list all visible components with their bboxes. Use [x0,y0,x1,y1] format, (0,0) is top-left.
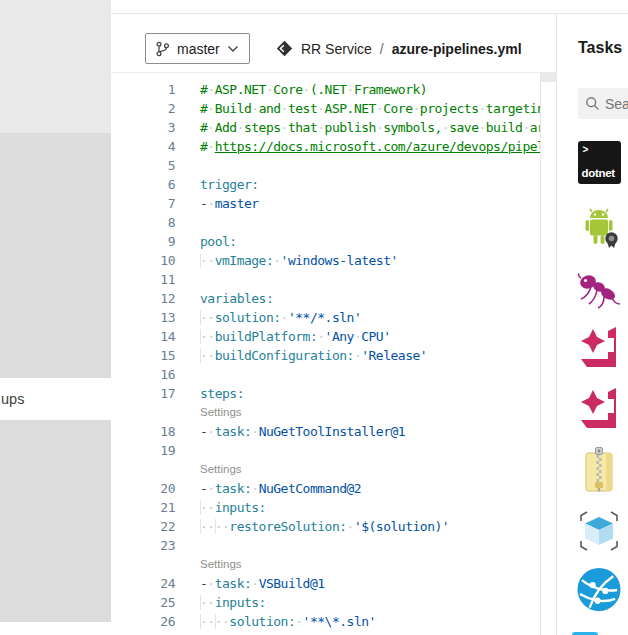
breadcrumb-file-name: azure-pipelines.yml [392,41,522,57]
line-number: 5 [111,156,175,175]
left-nav-block-bottom [0,420,111,622]
code-line[interactable]: ··vmImage:·'windows-latest' [175,251,398,270]
code-line[interactable] [175,441,200,460]
line-number: 9 [111,232,175,251]
line-number: 6 [111,175,175,194]
code-line[interactable] [175,536,200,555]
line-number: 21 [111,498,175,517]
code-line[interactable]: -·task:·NuGetCommand@2 [175,479,361,498]
line-number: 25 [111,593,175,612]
tasks-panel-divider [556,13,557,635]
editor-scrollbar-track[interactable] [540,72,541,635]
code-line[interactable]: ····restoreSolution:·'$(solution)' [175,517,449,536]
line-number: 11 [111,270,175,289]
line-number [111,555,175,574]
line-number: 19 [111,441,175,460]
code-line[interactable]: #·Build·and·test·ASP.NET·Core·projects·t… [175,99,540,118]
code-line[interactable]: steps: [175,384,244,403]
left-nav-item-label: ups [0,391,24,407]
app-center-icon [577,386,621,432]
settings-link[interactable]: Settings [175,403,242,422]
branch-name: master [177,41,220,57]
dotnet-logo-caret: > [583,144,589,155]
android-robot-icon [578,208,620,250]
code-line[interactable]: ··inputs: [175,593,266,612]
code-line[interactable]: -·master [175,194,259,213]
breadcrumb: RR Service / azure-pipelines.yml [276,33,522,64]
breadcrumb-separator: / [380,41,384,57]
line-number [111,460,175,479]
code-line[interactable] [175,365,200,384]
line-number: 12 [111,289,175,308]
android-signing-task-icon[interactable] [576,206,622,252]
line-number: 1 [111,80,175,99]
code-line[interactable]: ··inputs: [175,498,266,517]
line-number: 23 [111,536,175,555]
code-line[interactable]: -·task:·VSBuild@1 [175,574,325,593]
app-center-distribute-task-icon[interactable] [576,325,622,371]
dotnet-core-task-icon[interactable]: > dotnet [576,139,622,185]
code-line[interactable]: #·https://docs.microsoft.com/azure/devop… [175,137,540,156]
line-number: 15 [111,346,175,365]
left-nav-block-top [0,0,111,133]
yaml-editor[interactable]: 1#·ASP.NET·Core·(.NET·Framework)2#·Build… [111,73,540,635]
search-icon [585,96,600,111]
line-number [111,403,175,422]
top-divider [111,13,628,14]
arm-template-deployment-task-icon[interactable] [576,508,622,554]
line-number: 16 [111,365,175,384]
code-line[interactable]: trigger: [175,175,259,194]
editor-scroll-shadow [541,73,556,82]
code-line[interactable]: ··buildPlatform:·'Any·CPU' [175,327,391,346]
app-center-icon [577,325,621,371]
code-line[interactable]: ··solution:·'**/*.sln' [175,308,361,327]
code-line[interactable]: ··buildConfiguration:·'Release' [175,346,427,365]
settings-link[interactable]: Settings [175,460,242,479]
code-line[interactable]: pool: [175,232,237,251]
line-number: 2 [111,99,175,118]
branch-selector[interactable]: master [145,33,250,64]
left-nav: ups [0,0,111,635]
tasks-panel-title: Tasks [578,39,622,57]
line-number: 22 [111,517,175,536]
archive-files-task-icon[interactable] [576,447,622,493]
chevron-down-icon [227,45,239,53]
code-line[interactable] [175,156,200,175]
code-line[interactable]: variables: [175,289,273,308]
task-search-input[interactable] [605,96,628,112]
code-line[interactable]: ····solution:·'**\*.sln' [175,612,376,631]
azure-repos-icon [276,40,293,57]
settings-link[interactable]: Settings [175,555,242,574]
code-line[interactable] [175,270,200,289]
ant-icon [577,273,621,309]
line-number: 26 [111,612,175,631]
line-number: 4 [111,137,175,156]
git-branch-icon [155,41,170,57]
line-number: 18 [111,422,175,441]
code-line[interactable]: #·Add·steps·that·publish·symbols,·save·b… [175,118,540,137]
line-number: 24 [111,574,175,593]
left-nav-block-middle [0,133,111,378]
code-lines: 1#·ASP.NET·Core·(.NET·Framework)2#·Build… [111,80,540,631]
line-number: 20 [111,479,175,498]
line-number: 13 [111,308,175,327]
zip-file-icon [579,447,619,493]
ant-task-icon[interactable] [576,268,622,314]
cube-icon [577,509,621,553]
code-line[interactable] [175,213,200,232]
azure-app-service-deploy-task-icon[interactable] [576,566,622,612]
line-number: 3 [111,118,175,137]
breadcrumb-repo-link[interactable]: RR Service [301,41,372,57]
dotnet-logo: > dotnet [578,141,621,184]
line-number: 7 [111,194,175,213]
code-line[interactable]: #·ASP.NET·Core·(.NET·Framework) [175,80,427,99]
app-center-test-task-icon[interactable] [576,386,622,432]
task-search-box[interactable] [578,88,628,119]
web-app-globe-icon [576,566,622,613]
line-number: 17 [111,384,175,403]
line-number: 8 [111,213,175,232]
line-number: 10 [111,251,175,270]
code-line[interactable]: -·task:·NuGetToolInstaller@1 [175,422,405,441]
dotnet-logo-word: dotnet [582,167,615,179]
left-nav-selected-item[interactable]: ups [0,378,111,420]
